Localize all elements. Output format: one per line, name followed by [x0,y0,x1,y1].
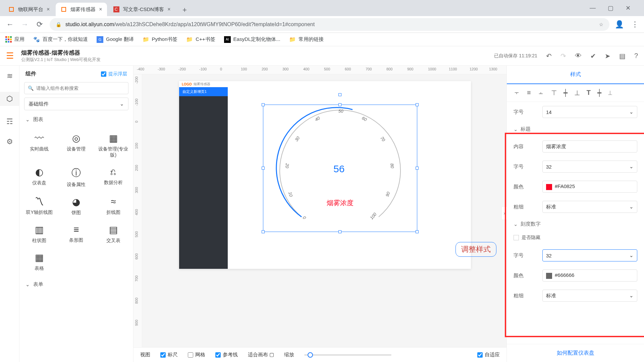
hint-toggle[interactable]: 提示浮层 [101,71,127,77]
comp-dual-y-line[interactable]: 〽双Y轴折线图 [21,193,58,219]
bookmark-item[interactable]: 📁Python书签 [143,36,178,43]
search-input[interactable] [36,85,125,91]
components-icon[interactable]: ⬡ [0,92,19,106]
font-size-select[interactable]: 14⌄ [542,106,637,118]
page-menu-item[interactable]: 自定义新增页1 [179,87,228,96]
search-icon: 🔍 [28,85,34,91]
comp-device-mgmt-pro[interactable]: ▦设备管理(专业版) [95,129,132,161]
close-window-icon[interactable]: ✕ [626,4,631,12]
comp-pivot[interactable]: ▤交叉表 [95,221,132,247]
browser-tab-0[interactable]: 物联网平台 × [3,3,54,16]
comp-device-attr[interactable]: ⓘ设备属性 [58,163,95,191]
grid-toggle[interactable]: 网格 [188,352,205,358]
preview-icon[interactable]: 👁 [575,52,582,60]
title-font-select[interactable]: 32⌄ [542,161,637,173]
new-tab-button[interactable]: + [179,4,191,16]
selection-box[interactable] [263,105,417,232]
title-color-input[interactable]: #FA0825 [542,181,637,193]
align-top-icon[interactable]: ⊤ [551,89,557,97]
comp-data-analysis[interactable]: ⎌数据分析 [95,163,132,191]
profile-icon[interactable]: 👤 [615,20,624,29]
layers-icon[interactable]: ≋ [7,72,13,80]
bookmark-item[interactable]: GGoogle 翻译 [97,36,134,43]
comp-table[interactable]: ▦表格 [21,249,58,275]
maximize-icon[interactable]: ▢ [608,4,613,12]
scale-font-select[interactable]: 32⌄ [542,249,637,261]
vertical-ruler: -200-1000100200300400500600700800900 [133,74,142,347]
close-icon[interactable]: × [99,6,102,12]
send-icon[interactable]: ➤ [605,52,610,60]
component-search[interactable]: 🔍 [24,82,128,94]
doc-icon[interactable]: ▤ [619,52,626,60]
responsive-toggle[interactable]: 自适应 [477,352,500,358]
close-icon[interactable]: × [167,6,170,12]
fit-canvas-button[interactable]: 适合画布 ▢ [248,352,274,358]
minimize-icon[interactable]: — [590,4,596,12]
chevron-down-icon: ⌄ [514,221,518,227]
bookmark-item[interactable]: AIEasyDL定制化物体... [224,36,280,43]
svg-rect-1 [62,7,66,11]
distribute-v-icon[interactable]: ┿ [597,89,601,97]
zoom-slider[interactable] [304,354,391,356]
check-icon[interactable]: ✔ [590,52,596,60]
close-icon[interactable]: × [47,6,50,12]
menu-icon[interactable]: ⋮ [631,20,639,29]
design-canvas[interactable]: LOGO烟雾传感器 自定义新增页1 0 10 20 30 [142,74,506,347]
comp-stripe[interactable]: ≡条形图 [58,221,95,247]
scale-weight-select[interactable]: 标准⌄ [542,290,637,302]
apps-button[interactable]: 应用 [5,36,24,43]
redo-icon[interactable]: ↷ [560,52,566,60]
reload-button[interactable]: ⟳ [35,20,44,29]
section-title[interactable]: ⌄标题 [507,122,644,136]
align-left-icon[interactable]: ⫟ [514,89,520,97]
settings-icon[interactable]: ⚙ [6,137,13,146]
pages-icon[interactable]: ☶ [6,117,13,126]
ruler-toggle[interactable]: 标尺 [160,352,178,358]
alignment-tools: ⫟ ≡ ⫠ ⊤ ┿ ⊥ T ┿ ⟂ [507,84,644,102]
align-stretch-icon[interactable]: ⟂ [608,89,612,97]
distribute-h-icon[interactable]: T [587,89,591,97]
hide-scale-checkbox[interactable]: 是否隐藏 [507,231,644,245]
align-right-icon[interactable]: ⫠ [538,89,544,97]
scale-color-input[interactable]: #666666 [542,269,637,282]
page-title: 烟雾传感器-烟雾传感器 [21,49,101,57]
align-bottom-icon[interactable]: ⊥ [574,89,580,97]
title-weight-select[interactable]: 标准⌄ [542,201,637,213]
tab-title: 物联网平台 [18,6,43,13]
undo-icon[interactable]: ↶ [546,52,552,60]
collapse-panel-button[interactable]: › [501,206,507,220]
category-select[interactable]: 基础组件⌄ [24,98,128,110]
comp-device-mgmt[interactable]: ◎设备管理 [58,129,95,161]
align-middle-icon[interactable]: ┿ [564,89,568,97]
comp-pie[interactable]: ◕饼图 [58,193,95,219]
comp-line[interactable]: ≈折线图 [95,193,132,219]
star-icon[interactable]: ☆ [599,22,603,27]
help-icon[interactable]: ? [634,52,638,60]
section-form[interactable]: ⌄表单 [19,278,133,291]
bookmarks-bar: 应用 🐾百度一下，你就知道 GGoogle 翻译 📁Python书签 📁C++书… [0,33,644,46]
comp-realtime-curve[interactable]: 〰实时曲线 [21,129,58,161]
title-content-input[interactable]: 烟雾浓度 [542,140,637,153]
forward-button[interactable]: → [20,20,30,29]
page-logo: LOGO [182,82,192,86]
hamburger-icon[interactable]: ☰ [6,51,14,61]
comp-gauge[interactable]: ◐仪表盘 [21,163,58,191]
guide-toggle[interactable]: 参考线 [215,352,238,358]
bookmark-item[interactable]: 📁C++书签 [186,36,215,43]
help-link[interactable]: 如何配置仪表盘 [507,344,644,362]
back-button[interactable]: ← [5,20,15,29]
tab-title: 烟雾传感器 [70,6,96,13]
comp-bar[interactable]: ▥柱状图 [21,221,58,247]
chevron-down-icon: ⌄ [629,109,634,115]
browser-tab-1[interactable]: 烟雾传感器 × [56,3,107,16]
chevron-down-icon: ⌄ [629,204,634,210]
tab-style[interactable]: 样式 [507,66,644,84]
section-charts[interactable]: ⌄图表 [19,113,133,126]
url-input[interactable]: 🔒 studio.iot.aliyun.com/web/a123hSCDehe8… [50,18,609,31]
browser-tab-2[interactable]: C 写文章-CSDN博客 × [108,3,175,16]
bookmark-item[interactable]: 📁常用的链接 [289,36,324,43]
bookmark-item[interactable]: 🐾百度一下，你就知道 [33,36,88,43]
section-scale[interactable]: ⌄刻度数字 [507,217,644,231]
align-center-h-icon[interactable]: ≡ [527,89,531,97]
chevron-down-icon: ⌄ [120,101,124,107]
